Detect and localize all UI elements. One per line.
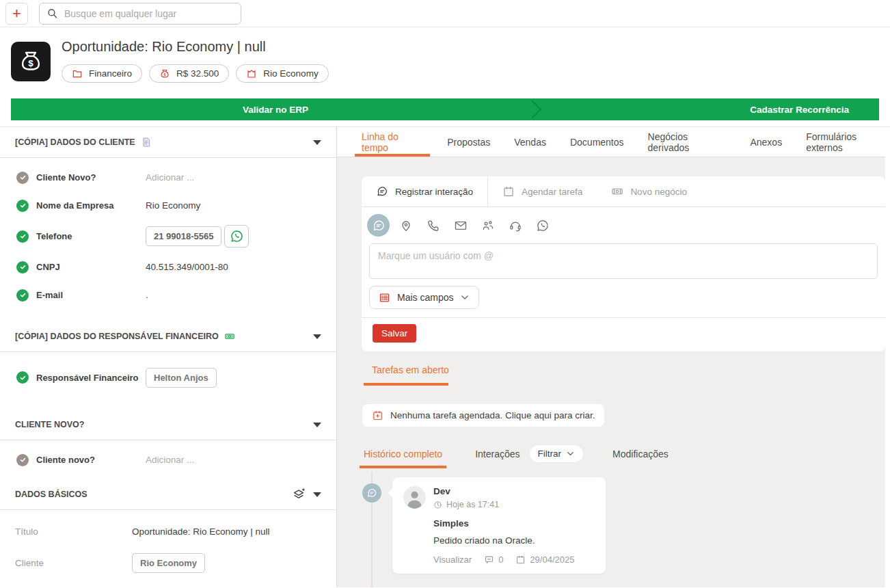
money-bag-icon: $ (11, 42, 51, 81)
field-value[interactable]: Rio Economy (146, 200, 200, 211)
person-chip[interactable]: Helton Anjos (146, 368, 217, 388)
composer-tab-label: Registrar interação (395, 187, 473, 197)
whatsapp-icon (536, 219, 550, 232)
channel-whatsapp-button[interactable] (531, 214, 554, 237)
badge-pipeline[interactable]: Rio Economy (236, 64, 328, 83)
tab-linha-do-tempo[interactable]: Linha do tempo (362, 127, 423, 157)
timeline-card[interactable]: Dev Hoje às 17:41 Simples Pedido criado … (392, 477, 606, 574)
tab-documentos[interactable]: Documentos (570, 127, 624, 157)
chat-bubble-icon (372, 219, 386, 232)
tab-negocios-derivados[interactable]: Negócios derivados (648, 127, 727, 157)
calendar-plus-icon (372, 410, 383, 421)
banknote-icon (224, 331, 235, 342)
collapse-caret-icon[interactable] (313, 492, 321, 497)
channel-support-button[interactable] (504, 214, 526, 237)
field-value[interactable]: Adicionar ... (146, 455, 194, 465)
status-filled-icon (16, 230, 29, 243)
composer-card: Registrar interação Agendar tarefa Novo … (362, 176, 885, 351)
svg-text:$: $ (164, 72, 166, 76)
timeline: Dev Hoje às 17:41 Simples Pedido criado … (362, 477, 890, 587)
tab-modificacoes[interactable]: Modificações (612, 449, 669, 459)
tab-interacoes[interactable]: Interações (475, 449, 520, 459)
page-title: Oportunidade: Rio Economy | null (62, 39, 266, 55)
composer-footer: Salvar (362, 317, 885, 351)
channel-meeting-button[interactable] (476, 214, 499, 237)
field-label: Cliente Novo? (36, 172, 146, 183)
channel-email-button[interactable] (449, 214, 472, 237)
field-label: CNPJ (36, 262, 146, 272)
save-button[interactable]: Salvar (373, 324, 416, 343)
field-moeda: Moeda R$ (0, 578, 336, 587)
field-value[interactable]: 40.515.349/0001-80 (146, 262, 228, 272)
validate-erp-button[interactable]: Validar no ERP (11, 98, 540, 120)
visualizar-link[interactable]: Visualizar (433, 554, 472, 565)
collapse-caret-icon[interactable] (313, 423, 321, 427)
register-recurrence-button[interactable]: Cadastrar Recorrência (540, 98, 879, 120)
timeline-entry: Dev Hoje às 17:41 Simples Pedido criado … (362, 477, 890, 574)
channel-visit-button[interactable] (394, 214, 417, 237)
filter-dropdown[interactable]: Filtrar (530, 445, 584, 462)
tab-registrar-interacao[interactable]: Registrar interação (362, 176, 488, 206)
field-email: E-mail . (0, 281, 336, 309)
composer-tab-label: Agendar tarefa (522, 187, 582, 197)
section-header-dados-do-cliente[interactable]: [CÓPIA] DADOS DO CLIENTE (0, 127, 336, 157)
layers-plus-icon[interactable] (291, 487, 306, 502)
tab-agendar-tarefa[interactable]: Agendar tarefa (488, 176, 597, 206)
main-panel: Linha do tempo Propostas Vendas Document… (337, 127, 890, 587)
tab-propostas[interactable]: Propostas (447, 127, 490, 157)
topbar: + (0, 0, 890, 27)
list-icon (379, 292, 390, 304)
tab-anexos[interactable]: Anexos (750, 127, 782, 157)
interaction-input[interactable] (369, 243, 878, 279)
field-cnpj: CNPJ 40.515.349/0001-80 (0, 253, 336, 281)
entry-author: Dev (433, 486, 574, 496)
add-button[interactable]: + (5, 3, 28, 25)
scrollbar-track[interactable] (885, 127, 890, 588)
section-header-dados-basicos[interactable]: DADOS BÁSICOS (0, 479, 336, 509)
tab-novo-negocio[interactable]: Novo negócio (597, 176, 701, 206)
collapse-caret-icon[interactable] (313, 334, 321, 339)
document-icon (141, 137, 152, 148)
status-filled-icon (16, 261, 29, 273)
filter-label: Filtrar (538, 449, 562, 459)
collapse-caret-icon[interactable] (313, 140, 321, 145)
chat-bubble-icon (376, 185, 388, 198)
plus-icon: + (12, 5, 21, 22)
interaction-node-icon (362, 483, 381, 503)
banknote-icon (611, 185, 623, 198)
badge-amount[interactable]: $ R$ 32.500 (149, 64, 229, 83)
field-nome-da-empresa: Nome da Empresa Rio Economy (0, 191, 336, 219)
badge-row: Financeiro $ R$ 32.500 Rio Economy (62, 64, 329, 83)
search-box[interactable] (39, 3, 241, 25)
whatsapp-button[interactable] (224, 225, 249, 248)
interaction-channels (362, 207, 885, 242)
phone-chip[interactable]: 21 99018-5565 (146, 226, 221, 246)
section-header-cliente-novo[interactable]: CLIENTE NOVO? (0, 410, 336, 440)
field-value[interactable]: . (146, 290, 148, 300)
section-header-responsavel-financeiro[interactable]: [CÓPIA] DADOS DO RESPONSÁVEL FINANCEIRO (0, 321, 336, 351)
comments-count[interactable]: 0 (484, 554, 503, 565)
field-value[interactable]: Adicionar ... (146, 172, 194, 183)
channel-call-button[interactable] (422, 214, 444, 237)
badge-label: R$ 32.500 (176, 68, 219, 79)
search-input[interactable] (64, 8, 234, 19)
tab-tarefas-em-aberto[interactable]: Tarefas em aberto (372, 364, 449, 375)
client-chip[interactable]: Rio Economy (132, 553, 205, 573)
create-task-button[interactable]: Nenhuma tarefa agendada. Clique aqui par… (362, 404, 604, 427)
tab-formularios-externos[interactable]: Formulários externos (806, 127, 890, 157)
field-value[interactable]: Oportunidade: Rio Economy | null (132, 526, 270, 537)
money-bag-icon: $ (159, 68, 170, 79)
section-title: DADOS BÁSICOS (15, 490, 87, 499)
mais-campos-button[interactable]: Mais campos (369, 286, 479, 309)
stage-bar: Validar no ERP Cadastrar Recorrência (11, 98, 879, 120)
entry-date: 29/04/2025 (515, 554, 574, 565)
tab-historico-completo[interactable]: Histórico completo (364, 449, 442, 459)
field-cliente-novo-2: Cliente novo? Adicionar ... (0, 446, 336, 474)
channel-chat-button[interactable] (367, 214, 390, 237)
tab-vendas[interactable]: Vendas (514, 127, 546, 157)
badge-department[interactable]: Financeiro (62, 64, 142, 83)
whatsapp-icon (230, 229, 244, 243)
chevron-down-icon (566, 449, 575, 458)
status-filled-icon (16, 200, 29, 212)
location-pin-icon (399, 219, 413, 232)
